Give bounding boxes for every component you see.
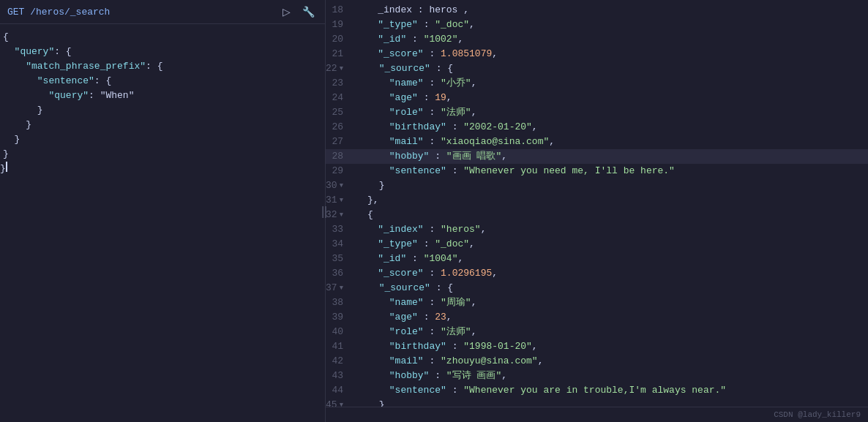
- line-content: "_index" : "heros",: [352, 222, 868, 237]
- bottom-bar: CSDN @lady_killer9: [326, 407, 868, 422]
- right-code-line: 43 "hobby" : "写诗 画画",: [326, 369, 868, 383]
- line-number: 18: [326, 3, 352, 18]
- right-code-line: 40 "role" : "法师",: [326, 325, 868, 339]
- right-code-line: 24 "age" : 19,: [326, 91, 868, 105]
- divider-handle[interactable]: ‖: [319, 198, 329, 225]
- line-content: "birthday" : "2002-01-20",: [352, 120, 868, 135]
- line-number: 41: [326, 339, 352, 354]
- line-number: 19: [326, 18, 352, 32]
- right-code-line: 23 "name" : "小乔",: [326, 76, 868, 91]
- right-code-area[interactable]: 18 _index : heros ,19 "_type" : "_doc",2…: [326, 0, 868, 407]
- line-content: "_source" : {: [353, 61, 868, 76]
- bottom-label: CSDN @lady_killer9: [774, 410, 861, 419]
- line-content: "name" : "周瑜",: [352, 295, 868, 310]
- line-number: 33: [326, 222, 352, 237]
- left-header: GET /heros/_search ▷ 🔧: [0, 0, 325, 24]
- line-content: "_score" : 1.0296195,: [352, 266, 868, 281]
- line-content: "sentence" : "Whenever you are in troubl…: [352, 383, 868, 398]
- left-code-line: }: [0, 147, 325, 162]
- left-code-line: }: [0, 118, 325, 132]
- line-content: "mail" : "zhouyu@sina.com",: [352, 354, 868, 369]
- line-number: 31: [326, 193, 353, 208]
- right-code-line: 25 "role" : "法师",: [326, 105, 868, 120]
- right-code-line: 42 "mail" : "zhouyu@sina.com",: [326, 354, 868, 369]
- line-content: "_type" : "_doc",: [352, 237, 868, 252]
- right-code-line: 33 "_index" : "heros",: [326, 222, 868, 237]
- line-content: "_id" : "1002",: [352, 32, 868, 47]
- line-number: 29: [326, 164, 352, 178]
- line-number: 28: [326, 149, 352, 164]
- left-code-line: "query": {: [0, 45, 325, 59]
- line-content: "_type" : "_doc",: [352, 18, 868, 32]
- right-code-line: 19 "_type" : "_doc",: [326, 18, 868, 32]
- right-code-line: 18 _index : heros ,: [326, 3, 868, 18]
- line-number: 37: [326, 281, 353, 295]
- line-number: 22: [326, 61, 353, 76]
- line-number: 21: [326, 47, 352, 61]
- line-number: 25: [326, 105, 352, 120]
- line-content: }: [353, 398, 868, 407]
- line-number: 44: [326, 383, 352, 398]
- line-content: "_score" : 1.0851079,: [352, 47, 868, 61]
- right-code-line: 34 "_type" : "_doc",: [326, 237, 868, 252]
- right-code-line: 28 "hobby" : "画画 唱歌",: [326, 149, 868, 164]
- right-code-line: 30 }: [326, 178, 868, 193]
- line-content: _index : heros ,: [352, 3, 868, 18]
- right-code-line: 20 "_id" : "1002",: [326, 32, 868, 47]
- line-content: "hobby" : "画画 唱歌",: [352, 149, 868, 164]
- line-content: "_source" : {: [353, 281, 868, 295]
- right-code-line: 36 "_score" : 1.0296195,: [326, 266, 868, 281]
- right-code-line: 41 "birthday" : "1998-01-20",: [326, 339, 868, 354]
- line-number: 30: [326, 178, 353, 193]
- line-number: 40: [326, 325, 352, 339]
- line-content: }: [353, 178, 868, 193]
- line-number: 39: [326, 310, 352, 325]
- line-number: 42: [326, 354, 352, 369]
- right-code-line: 29 "sentence" : "Whenever you need me, I…: [326, 164, 868, 178]
- line-number: 26: [326, 120, 352, 135]
- left-code-line: "sentence": {: [0, 74, 325, 88]
- header-icons: ▷ 🔧: [280, 4, 318, 19]
- line-number: 27: [326, 135, 352, 149]
- line-content: "role" : "法师",: [352, 105, 868, 120]
- line-content: "name" : "小乔",: [352, 76, 868, 91]
- right-panel: 18 _index : heros ,19 "_type" : "_doc",2…: [326, 0, 868, 422]
- line-content: "age" : 19,: [352, 91, 868, 105]
- right-code-line: 31 },: [326, 193, 868, 208]
- line-number: 23: [326, 76, 352, 91]
- request-title: GET /heros/_search: [7, 7, 110, 18]
- wrench-button[interactable]: 🔧: [299, 4, 318, 19]
- line-content: "mail" : "xiaoqiao@sina.com",: [352, 135, 868, 149]
- line-content: "age" : 23,: [352, 310, 868, 325]
- left-code-line: }: [0, 103, 325, 118]
- right-code-line: 21 "_score" : 1.0851079,: [326, 47, 868, 61]
- line-number: 36: [326, 266, 352, 281]
- line-content: },: [353, 193, 868, 208]
- right-code-line: 37 "_source" : {: [326, 281, 868, 295]
- left-cursor-line: }: [0, 162, 325, 176]
- right-code-line: 35 "_id" : "1004",: [326, 252, 868, 266]
- right-code-line: 38 "name" : "周瑜",: [326, 295, 868, 310]
- line-content: "sentence" : "Whenever you need me, I'll…: [352, 164, 868, 178]
- right-code-line: 26 "birthday" : "2002-01-20",: [326, 120, 868, 135]
- line-number: 20: [326, 32, 352, 47]
- run-button[interactable]: ▷: [280, 4, 293, 19]
- right-code-line: 39 "age" : 23,: [326, 310, 868, 325]
- left-code-line: {: [0, 30, 325, 45]
- right-code-line: 22 "_source" : {: [326, 61, 868, 76]
- right-code-line: 27 "mail" : "xiaoqiao@sina.com",: [326, 135, 868, 149]
- line-number: 32: [326, 208, 353, 222]
- right-code-line: 44 "sentence" : "Whenever you are in tro…: [326, 383, 868, 398]
- line-number: 35: [326, 252, 352, 266]
- right-code-line: 45 }: [326, 398, 868, 407]
- left-code-area[interactable]: { "query": { "match_phrase_prefix": { "s…: [0, 24, 325, 422]
- left-code-line: "query": "When": [0, 88, 325, 103]
- line-number: 38: [326, 295, 352, 310]
- line-content: "_id" : "1004",: [352, 252, 868, 266]
- line-number: 24: [326, 91, 352, 105]
- left-panel: GET /heros/_search ▷ 🔧 { "query": { "mat…: [0, 0, 326, 422]
- line-number: 34: [326, 237, 352, 252]
- line-content: "role" : "法师",: [352, 325, 868, 339]
- line-number: 45: [326, 398, 353, 407]
- line-content: {: [353, 208, 868, 222]
